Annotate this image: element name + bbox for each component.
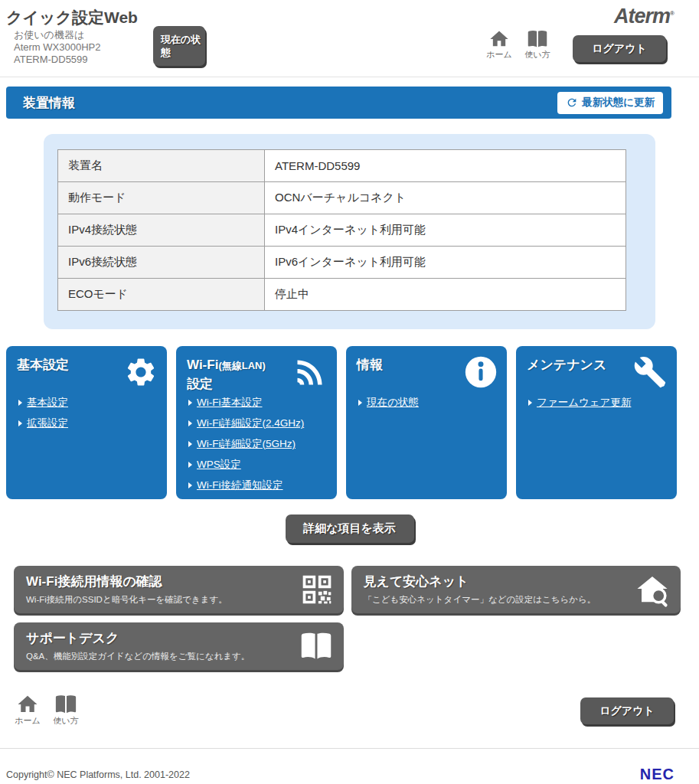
section-title: 装置情報: [23, 94, 75, 112]
aterm-logo: Aterm®: [614, 5, 674, 28]
copyright-row: Copyright© NEC Platforms, Ltd. 2001-2022…: [6, 766, 675, 783]
banner-support-desk[interactable]: サポートデスク Q&A、機能別設定ガイドなどの情報をご覧になれます。: [14, 622, 344, 670]
show-detail-items-button[interactable]: 詳細な項目を表示: [286, 514, 414, 543]
refresh-label: 最新状態に更新: [582, 96, 655, 109]
wrench-icon: [632, 355, 668, 389]
device-info-table: 装置名 ATERM-DD5599 動作モード OCNバーチャルコネクト IPv4…: [57, 149, 626, 311]
page-header: クイック設定Web お使いの機器は Aterm WX3000HP2 ATERM-…: [0, 0, 699, 77]
footer-logout-button[interactable]: ログアウト: [580, 697, 674, 724]
footer-home-button[interactable]: ホーム: [8, 693, 47, 727]
home-label: ホーム: [8, 715, 47, 727]
link-wifi-detail-24ghz[interactable]: Wi-Fi詳細設定(2.4GHz): [188, 416, 326, 430]
current-status-button[interactable]: 現在の状態: [153, 26, 205, 66]
table-row: 装置名 ATERM-DD5599: [58, 150, 626, 182]
card-links: 基本設定 拡張設定: [17, 396, 156, 430]
link-firmware-update[interactable]: ファームウェア更新: [528, 396, 666, 410]
header-guide-button[interactable]: 使い方: [518, 28, 557, 60]
copyright-text: Copyright© NEC Platforms, Ltd. 2001-2022: [6, 769, 190, 780]
link-bullet-icon: [358, 400, 362, 406]
card-links: ファームウェア更新: [527, 396, 666, 410]
card-information: 情報 現在の状態: [346, 346, 507, 499]
card-basic-settings: 基本設定 基本設定 拡張設定: [6, 346, 167, 499]
open-book-icon: [518, 28, 557, 50]
link-bullet-icon: [188, 400, 192, 406]
card-links: Wi-Fi基本設定 Wi-Fi詳細設定(2.4GHz) Wi-Fi詳細設定(5G…: [187, 396, 326, 492]
home-icon: [8, 693, 47, 716]
footer-guide-button[interactable]: 使い方: [46, 693, 86, 727]
footer-divider: [0, 748, 699, 749]
banner-wifi-connection-info[interactable]: Wi-Fi接続用情報の確認 Wi-Fi接続用のSSIDと暗号化キーを確認できます…: [14, 566, 344, 613]
refresh-icon: [566, 96, 578, 109]
house-search-icon: [634, 573, 671, 608]
banner-title: Wi-Fi接続用情報の確認: [26, 573, 289, 590]
banner-desc: 「こども安心ネットタイマー」などの設定はこちらから。: [364, 594, 626, 606]
card-links: 現在の状態: [357, 396, 496, 410]
shortcut-banners: Wi-Fi接続用情報の確認 Wi-Fi接続用のSSIDと暗号化キーを確認できます…: [14, 566, 681, 670]
app-title: クイック設定Web: [6, 7, 138, 28]
device-info-panel: 装置名 ATERM-DD5599 動作モード OCNバーチャルコネクト IPv4…: [44, 134, 655, 329]
link-bullet-icon: [188, 441, 192, 447]
qr-code-icon: [300, 573, 334, 606]
row-label: 装置名: [58, 150, 265, 182]
row-value: 停止中: [265, 279, 626, 311]
link-current-status[interactable]: 現在の状態: [358, 396, 496, 410]
banner-title: 見えて安心ネット: [364, 573, 626, 590]
open-book-icon: [299, 629, 334, 663]
device-name: ATERM-DD5599: [14, 54, 100, 66]
guide-label: 使い方: [518, 49, 557, 60]
open-book-icon: [46, 693, 86, 716]
banner-desc: Q&A、機能別設定ガイドなどの情報をご覧になれます。: [26, 651, 289, 662]
refresh-status-button[interactable]: 最新状態に更新: [557, 92, 663, 114]
link-wps-setting[interactable]: WPS設定: [188, 458, 326, 472]
header-logout-button[interactable]: ログアウト: [573, 35, 666, 62]
row-value: IPv6インターネット利用可能: [265, 247, 626, 279]
table-row: IPv6接続状態 IPv6インターネット利用可能: [58, 247, 626, 279]
row-value: IPv4インターネット利用可能: [265, 214, 626, 247]
banner-title: サポートデスク: [26, 629, 289, 647]
link-bullet-icon: [18, 400, 22, 406]
link-bullet-icon: [188, 462, 192, 468]
link-wifi-detail-5ghz[interactable]: Wi-Fi詳細設定(5GHz): [188, 437, 326, 451]
card-wifi-settings: Wi-Fi(無線LAN) 設定 Wi-Fi基本設定 Wi-Fi詳細設定(2.4G…: [176, 346, 337, 499]
registered-mark: ®: [670, 10, 674, 17]
section-title-bar: 装置情報 最新状態に更新: [6, 87, 671, 119]
device-model: Aterm WX3000HP2: [14, 41, 100, 54]
card-maintenance: メンテナンス ファームウェア更新: [516, 346, 677, 499]
guide-label: 使い方: [46, 715, 86, 727]
link-wifi-basic[interactable]: Wi-Fi基本設定: [188, 396, 326, 410]
banner-desc: Wi-Fi接続用のSSIDと暗号化キーを確認できます。: [26, 594, 289, 606]
device-info: お使いの機器は Aterm WX3000HP2 ATERM-DD5599: [14, 29, 100, 66]
device-intro: お使いの機器は: [14, 29, 100, 41]
nec-logo: NEC: [640, 766, 675, 783]
home-icon: [479, 28, 519, 50]
row-value: ATERM-DD5599: [265, 150, 626, 182]
info-icon: [464, 355, 498, 389]
link-wifi-notify-setting[interactable]: Wi-Fi接続通知設定: [188, 479, 326, 492]
home-label: ホーム: [479, 49, 519, 60]
row-label: IPv4接続状態: [58, 214, 265, 247]
row-label: 動作モード: [58, 182, 265, 214]
table-row: IPv4接続状態 IPv4インターネット利用可能: [58, 214, 626, 247]
table-row: ECOモード 停止中: [58, 279, 626, 311]
footer-nav: ホーム 使い方 ログアウト: [8, 693, 699, 733]
row-label: ECOモード: [58, 279, 265, 311]
link-basic-setting[interactable]: 基本設定: [18, 396, 156, 410]
banner-mieru-anshin-net[interactable]: 見えて安心ネット 「こども安心ネットタイマー」などの設定はこちらから。: [351, 566, 681, 613]
link-extended-setting[interactable]: 拡張設定: [18, 416, 156, 430]
link-bullet-icon: [18, 420, 22, 426]
link-bullet-icon: [528, 400, 532, 406]
table-row: 動作モード OCNバーチャルコネクト: [58, 182, 626, 214]
link-bullet-icon: [188, 482, 192, 488]
gear-icon: [124, 355, 158, 389]
menu-cards: 基本設定 基本設定 拡張設定 Wi-Fi(無線LAN) 設定 Wi-Fi基本設定…: [6, 346, 677, 499]
row-value: OCNバーチャルコネクト: [265, 182, 626, 214]
row-label: IPv6接続状態: [58, 247, 265, 279]
link-bullet-icon: [188, 420, 192, 426]
header-home-button[interactable]: ホーム: [479, 28, 519, 60]
wifi-icon: [292, 355, 328, 389]
